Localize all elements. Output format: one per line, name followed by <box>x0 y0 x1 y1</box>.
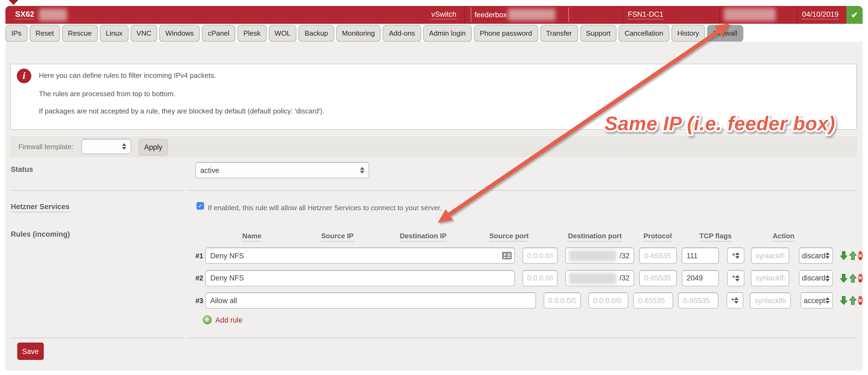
status-select[interactable]: active <box>195 162 369 178</box>
divider <box>11 190 184 191</box>
tab-cancellation[interactable]: Cancellation <box>619 25 669 41</box>
firewall-panel: i Here you can define rules to filter in… <box>5 41 863 371</box>
move-down-icon[interactable] <box>840 296 847 305</box>
tcp-flags-input[interactable] <box>751 248 789 264</box>
firewall-template-label: Firewall template: <box>18 143 73 151</box>
source-ip-input[interactable] <box>543 292 581 309</box>
tab-wol[interactable]: WOL <box>269 25 296 41</box>
col-tcp-flags: TCP flags <box>674 232 757 240</box>
destination-port-input[interactable] <box>682 270 719 286</box>
tcp-flags-input[interactable] <box>751 270 789 286</box>
tab-cpanel[interactable]: cPanel <box>202 25 235 41</box>
col-source-ip: Source IP <box>300 232 375 240</box>
col-destination-port: Destination port <box>554 232 636 240</box>
tab-firewall[interactable]: Firewall <box>707 25 743 41</box>
tab-support[interactable]: Support <box>580 25 616 41</box>
source-ip-input[interactable] <box>522 248 557 264</box>
move-up-icon[interactable] <box>849 296 857 305</box>
source-ip-input[interactable] <box>522 270 557 286</box>
rule-name-input[interactable] <box>206 292 536 309</box>
select-arrows-icon <box>735 275 739 281</box>
delete-rule-icon[interactable]: ✕ <box>858 296 863 305</box>
tab-backup[interactable]: Backup <box>299 25 334 41</box>
destination-ip-input[interactable]: /32 <box>565 248 634 264</box>
rule-name-input[interactable] <box>206 248 515 264</box>
tab-transfer[interactable]: Transfer <box>540 25 578 41</box>
move-down-icon[interactable] <box>840 273 847 283</box>
rule-row-1: #1 /32 <box>195 248 863 264</box>
server-name-field[interactable]: feederbox <box>471 7 569 22</box>
destination-ip-input[interactable]: /32 <box>565 270 634 286</box>
info-icon: i <box>17 68 31 83</box>
source-port-input[interactable] <box>640 270 677 286</box>
apply-button[interactable]: Apply <box>139 139 168 155</box>
source-port-input[interactable] <box>640 248 677 264</box>
destination-port-input[interactable] <box>678 292 718 309</box>
status-ok-indicator[interactable]: ✔ <box>846 6 863 24</box>
tab-monitoring[interactable]: Monitoring <box>336 25 380 41</box>
save-button[interactable]: Save <box>17 343 44 360</box>
move-up-icon[interactable] <box>849 251 857 260</box>
rules-table: Name Source IP Destination IP Source por… <box>195 232 863 315</box>
server-model-label[interactable]: SX62 <box>15 10 34 20</box>
tab-windows[interactable]: Windows <box>159 25 200 41</box>
move-up-icon[interactable] <box>849 273 857 283</box>
vswitch-link[interactable]: vSwitch <box>431 6 456 24</box>
redacted-destination-ip <box>569 272 616 284</box>
tab-reset[interactable]: Reset <box>30 25 60 41</box>
tab-ips[interactable]: IPs <box>5 25 28 41</box>
bar-divider <box>719 6 720 24</box>
protocol-select[interactable]: * <box>727 270 744 286</box>
tab-phone-password[interactable]: Phone password <box>474 25 538 41</box>
tab-addons[interactable]: Add-ons <box>383 25 421 41</box>
col-source-port: Source port <box>469 232 550 240</box>
action-select[interactable]: discard <box>799 270 833 286</box>
source-port-input[interactable] <box>633 292 673 309</box>
rule-number: #3 <box>195 296 203 305</box>
move-down-icon[interactable] <box>840 251 847 260</box>
server-model: SX62 <box>15 6 34 24</box>
action-select[interactable]: discard <box>799 248 833 264</box>
rule-name-input[interactable] <box>206 270 515 286</box>
delete-rule-icon[interactable]: ✕ <box>858 274 863 282</box>
select-arrows-icon <box>122 143 126 150</box>
protocol-select[interactable]: * <box>726 292 744 309</box>
divider <box>11 338 184 338</box>
tab-rescue[interactable]: Rescue <box>62 25 98 41</box>
tab-history[interactable]: History <box>671 25 705 41</box>
tab-admin-login[interactable]: Admin login <box>423 25 472 41</box>
tab-vnc[interactable]: VNC <box>131 25 157 41</box>
date-label[interactable]: 04/10/2019 <box>802 10 839 20</box>
firewall-template-row: Firewall template: Apply <box>10 136 857 157</box>
destination-port-input[interactable] <box>682 248 719 264</box>
col-destination-ip: Destination IP <box>383 232 464 240</box>
firewall-template-select[interactable] <box>82 139 131 154</box>
rules-header-row: Name Source IP Destination IP Source por… <box>195 232 863 240</box>
destination-ip-suffix: /32 <box>619 252 630 260</box>
select-arrows-icon <box>825 252 830 259</box>
add-rule-label: Add rule <box>215 316 243 324</box>
bar-divider <box>464 6 465 24</box>
add-rule-button[interactable]: + Add rule <box>203 316 243 324</box>
page: SX62 vSwitch feederbox FSN1-DC1 04/10/20… <box>0 0 868 375</box>
cropped-arrow-icon <box>9 0 18 5</box>
destination-ip-input[interactable] <box>588 292 629 309</box>
action-select[interactable]: accept <box>801 292 833 309</box>
delete-rule-icon[interactable]: ✕ <box>858 251 863 260</box>
protocol-select[interactable]: * <box>727 248 744 264</box>
select-arrows-icon <box>735 252 739 259</box>
redacted-destination-ip <box>569 250 616 262</box>
status-label: Status <box>11 165 33 173</box>
contact-card-icon <box>502 252 512 259</box>
info-line-2: The rules are processed from top to bott… <box>39 90 176 98</box>
divider <box>188 338 857 338</box>
tab-plesk[interactable]: Plesk <box>238 25 267 41</box>
hetzner-services-checkbox[interactable]: ✓ <box>196 202 204 210</box>
hetzner-services-text: If enabled, this rule will allow all Het… <box>208 204 442 212</box>
datacenter-label[interactable]: FSN1-DC1 <box>628 10 663 20</box>
datacenter: FSN1-DC1 <box>628 6 663 24</box>
tcp-flags-input[interactable] <box>750 292 791 309</box>
tab-bar: IPs Reset Rescue Linux VNC Windows cPane… <box>5 25 743 41</box>
tab-linux[interactable]: Linux <box>100 25 128 41</box>
col-name: Name <box>212 232 292 240</box>
